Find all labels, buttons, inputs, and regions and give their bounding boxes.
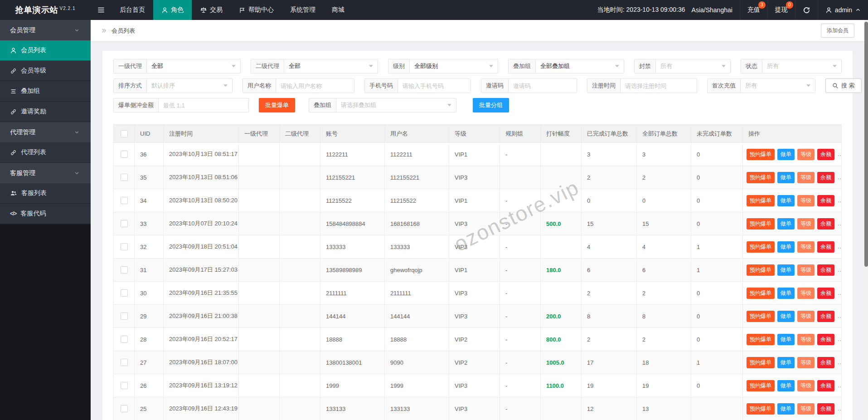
row-checkbox[interactable] <box>121 313 128 320</box>
row-action-reserve-burst-button[interactable]: 预约爆单 <box>747 241 775 253</box>
row-more-actions[interactable]: … <box>837 243 842 250</box>
row-checkbox[interactable] <box>121 174 128 181</box>
row-action-level-button[interactable]: 等级 <box>797 195 815 206</box>
row-action-level-button[interactable]: 等级 <box>797 218 815 230</box>
add-member-button[interactable]: 添加会员 <box>821 24 854 38</box>
row-more-actions[interactable]: … <box>837 220 842 227</box>
row-action-level-button[interactable]: 等级 <box>797 288 815 299</box>
refresh-button[interactable] <box>795 0 818 20</box>
row-action-level-button[interactable]: 等级 <box>797 311 815 322</box>
row-action-do-order-button[interactable]: 做单 <box>777 195 795 206</box>
row-action-do-order-button[interactable]: 做单 <box>777 172 795 183</box>
row-action-level-button[interactable]: 等级 <box>797 334 815 345</box>
row-more-actions[interactable]: … <box>837 335 842 342</box>
row-action-balance-button[interactable]: 余额 <box>817 334 834 345</box>
row-action-balance-button[interactable]: 余额 <box>817 218 834 230</box>
bulk-group-select[interactable]: 叠加组 请选择叠加组 <box>309 98 456 112</box>
scrollbar-thumb[interactable] <box>864 22 868 267</box>
row-action-level-button[interactable]: 等级 <box>797 357 815 368</box>
sidebar-group-agent-management[interactable]: 代理管理 <box>0 122 91 142</box>
withdraw-button[interactable]: 提现 0 <box>767 0 795 20</box>
bulk-group-button[interactable]: 批量分组 <box>473 98 509 112</box>
bulk-burst-button[interactable]: 批量爆单 <box>259 98 295 112</box>
row-more-actions[interactable]: … <box>837 266 842 273</box>
hamburger-menu-icon[interactable] <box>91 0 112 20</box>
row-checkbox[interactable] <box>121 243 128 250</box>
topnav-item-system[interactable]: 系统管理 <box>282 0 324 20</box>
row-action-level-button[interactable]: 等级 <box>797 149 815 160</box>
row-action-do-order-button[interactable]: 做单 <box>777 149 795 160</box>
row-action-reserve-burst-button[interactable]: 预约爆单 <box>747 403 775 415</box>
filter-status-select[interactable]: 状态 所有 <box>741 59 842 73</box>
row-action-balance-button[interactable]: 余额 <box>817 311 834 322</box>
row-action-level-button[interactable]: 等级 <box>797 172 815 183</box>
row-action-reserve-burst-button[interactable]: 预约爆单 <box>747 380 775 391</box>
sidebar-item-service-code[interactable]: </> 客服代码 <box>0 204 91 224</box>
row-checkbox[interactable] <box>121 359 128 366</box>
row-action-level-button[interactable]: 等级 <box>797 403 815 415</box>
sidebar-item-stack-group[interactable]: 叠加组 <box>0 81 91 102</box>
row-action-do-order-button[interactable]: 做单 <box>777 334 795 345</box>
filter-agent2-select[interactable]: 二级代理 全部 <box>251 59 378 73</box>
row-action-do-order-button[interactable]: 做单 <box>777 357 795 368</box>
vertical-scrollbar[interactable] <box>864 20 868 420</box>
row-action-level-button[interactable]: 等级 <box>797 264 815 276</box>
sidebar-item-service-list[interactable]: 客服列表 <box>0 183 91 204</box>
row-action-reserve-burst-button[interactable]: 预约爆单 <box>747 218 775 230</box>
row-action-reserve-burst-button[interactable]: 预约爆单 <box>747 334 775 345</box>
row-action-reserve-burst-button[interactable]: 预约爆单 <box>747 264 775 276</box>
row-checkbox[interactable] <box>121 151 128 158</box>
row-checkbox[interactable] <box>121 220 128 227</box>
topnav-item-dashboard[interactable]: 后台首页 <box>112 0 153 20</box>
row-more-actions[interactable]: … <box>837 312 842 319</box>
row-checkbox[interactable] <box>121 289 128 297</box>
row-action-balance-button[interactable]: 余额 <box>817 403 834 415</box>
row-action-balance-button[interactable]: 余额 <box>817 264 834 276</box>
row-more-actions[interactable]: … <box>837 381 842 389</box>
topnav-item-help-center[interactable]: 帮助中心 <box>231 0 282 20</box>
sidebar-group-member-management[interactable]: 会员管理 <box>0 20 91 40</box>
sidebar-item-invite-reward[interactable]: 邀请奖励 <box>0 102 91 122</box>
row-checkbox[interactable] <box>121 266 128 273</box>
row-action-reserve-burst-button[interactable]: 预约爆单 <box>747 149 775 160</box>
row-action-do-order-button[interactable]: 做单 <box>777 403 795 415</box>
row-action-balance-button[interactable]: 余额 <box>817 380 834 391</box>
filter-agent1-select[interactable]: 一级代理 全部 <box>113 59 241 73</box>
filter-level-select[interactable]: 级别 全部级别 <box>388 59 498 73</box>
row-action-reserve-burst-button[interactable]: 预约爆单 <box>747 357 775 368</box>
row-checkbox[interactable] <box>121 336 128 343</box>
row-action-balance-button[interactable]: 余额 <box>817 357 834 368</box>
filter-stack-group-select[interactable]: 叠加组 全部叠加组 <box>508 59 624 73</box>
row-action-balance-button[interactable]: 余额 <box>817 288 834 299</box>
row-more-actions[interactable]: … <box>837 405 842 412</box>
search-button[interactable]: 搜 索 <box>825 78 862 93</box>
username-input[interactable] <box>276 79 354 93</box>
row-action-reserve-burst-button[interactable]: 预约爆单 <box>747 288 775 299</box>
phone-input[interactable] <box>398 79 470 93</box>
row-more-actions[interactable]: … <box>837 173 842 181</box>
row-action-balance-button[interactable]: 余额 <box>817 195 834 206</box>
row-more-actions[interactable]: … <box>837 358 842 366</box>
user-menu[interactable]: admin <box>818 0 868 20</box>
filter-first-recharge-select[interactable]: 首次充值 所有 <box>707 78 815 93</box>
sidebar-group-service-management[interactable]: 客服管理 <box>0 163 91 183</box>
select-all-checkbox[interactable] <box>121 130 128 137</box>
row-action-do-order-button[interactable]: 做单 <box>777 241 795 253</box>
row-checkbox[interactable] <box>121 382 128 389</box>
row-action-reserve-burst-button[interactable]: 预约爆单 <box>747 172 775 183</box>
row-action-do-order-button[interactable]: 做单 <box>777 380 795 391</box>
row-action-do-order-button[interactable]: 做单 <box>777 311 795 322</box>
row-action-balance-button[interactable]: 余额 <box>817 149 834 160</box>
regtime-input[interactable] <box>621 79 697 93</box>
row-more-actions[interactable]: … <box>837 289 842 296</box>
row-action-do-order-button[interactable]: 做单 <box>777 288 795 299</box>
filter-sort-select[interactable]: 排序方式 默认排序 <box>113 78 233 93</box>
row-checkbox[interactable] <box>121 197 128 204</box>
row-more-actions[interactable]: … <box>837 196 842 204</box>
row-action-balance-button[interactable]: 余额 <box>817 241 834 253</box>
row-action-level-button[interactable]: 等级 <box>797 380 815 391</box>
topnav-item-roles[interactable]: 角色 <box>153 0 192 20</box>
topnav-item-mall[interactable]: 商城 <box>324 0 353 20</box>
row-action-do-order-button[interactable]: 做单 <box>777 218 795 230</box>
row-action-reserve-burst-button[interactable]: 预约爆单 <box>747 195 775 206</box>
